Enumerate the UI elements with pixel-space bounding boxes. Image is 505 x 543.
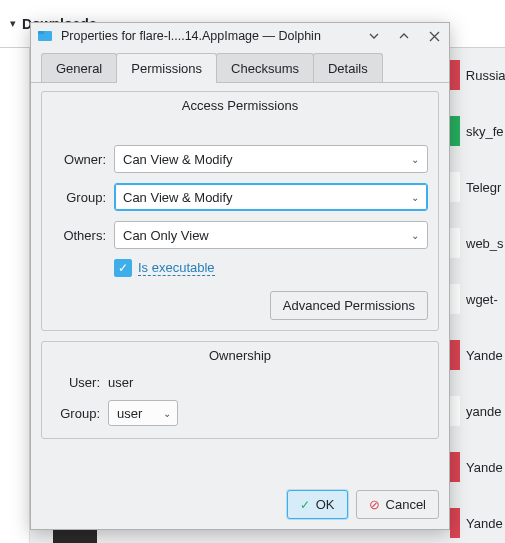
file-icon	[450, 452, 460, 482]
tab-details[interactable]: Details	[313, 53, 383, 83]
cancel-icon	[369, 497, 380, 512]
file-label: web_s	[466, 236, 504, 251]
keep-above-button[interactable]	[363, 25, 385, 47]
ownership-legend: Ownership	[52, 348, 428, 363]
list-item[interactable]: sky_fe	[450, 116, 505, 146]
executable-label[interactable]: Is executable	[138, 260, 215, 276]
others-combo[interactable]: Can Only View ⌄	[114, 221, 428, 249]
tab-general[interactable]: General	[41, 53, 117, 83]
left-edge	[0, 48, 30, 543]
chevron-down-icon: ⌄	[411, 192, 419, 203]
advanced-permissions-button[interactable]: Advanced Permissions	[270, 291, 428, 320]
maximize-button[interactable]	[393, 25, 415, 47]
file-icon	[450, 340, 460, 370]
user-label: User:	[52, 375, 100, 390]
file-label: sky_fe	[466, 124, 504, 139]
file-icon	[450, 116, 460, 146]
file-label: Russia	[466, 68, 505, 83]
dialog-button-row: OK Cancel	[31, 490, 449, 529]
access-permissions-group: Access Permissions Owner: Can View & Mod…	[41, 91, 439, 331]
cancel-button[interactable]: Cancel	[356, 490, 439, 519]
list-item[interactable]: web_s	[450, 228, 505, 258]
own-group-combo[interactable]: user ⌄	[108, 400, 178, 426]
own-group-label: Group:	[52, 406, 100, 421]
ok-button[interactable]: OK	[287, 490, 348, 519]
chevron-down-icon[interactable]: ▾	[10, 17, 16, 30]
list-item[interactable]: Telegr	[450, 172, 505, 202]
file-icon	[450, 284, 460, 314]
list-item[interactable]: Yande	[450, 508, 505, 538]
file-icon	[450, 228, 460, 258]
ownership-group: Ownership User: user Group: user ⌄	[41, 341, 439, 439]
svg-rect-1	[38, 31, 44, 34]
user-value: user	[108, 375, 133, 390]
folder-icon	[37, 28, 53, 44]
titlebar: Properties for flare-l....14.AppImage — …	[31, 23, 449, 49]
chevron-down-icon: ⌄	[163, 408, 171, 419]
file-list-partial: Russiasky_feTelegrweb_swget-YandeyandeYa…	[450, 60, 505, 538]
file-label: yande	[466, 404, 501, 419]
owner-combo[interactable]: Can View & Modify ⌄	[114, 145, 428, 173]
file-label: Yande	[466, 516, 503, 531]
list-item[interactable]: yande	[450, 396, 505, 426]
file-icon	[450, 508, 460, 538]
access-legend: Access Permissions	[52, 98, 428, 113]
owner-value: Can View & Modify	[123, 152, 233, 167]
own-group-value: user	[117, 406, 142, 421]
others-value: Can Only View	[123, 228, 209, 243]
tab-bar: General Permissions Checksums Details	[31, 49, 449, 83]
close-button[interactable]	[423, 25, 445, 47]
chevron-down-icon: ⌄	[411, 154, 419, 165]
list-item[interactable]: Yande	[450, 340, 505, 370]
dialog-title: Properties for flare-l....14.AppImage — …	[61, 29, 355, 43]
list-item[interactable]: Russia	[450, 60, 505, 90]
list-item[interactable]: wget-	[450, 284, 505, 314]
properties-dialog: Properties for flare-l....14.AppImage — …	[30, 22, 450, 530]
group-value: Can View & Modify	[123, 190, 233, 205]
file-label: Yande	[466, 348, 503, 363]
tab-checksums[interactable]: Checksums	[216, 53, 314, 83]
group-combo[interactable]: Can View & Modify ⌄	[114, 183, 428, 211]
file-label: Telegr	[466, 180, 501, 195]
tab-content: Access Permissions Owner: Can View & Mod…	[31, 82, 449, 490]
chevron-down-icon: ⌄	[411, 230, 419, 241]
group-label: Group:	[52, 190, 106, 205]
ok-label: OK	[316, 497, 335, 512]
executable-checkbox[interactable]: ✓	[114, 259, 132, 277]
file-icon	[450, 172, 460, 202]
tab-permissions[interactable]: Permissions	[116, 53, 217, 83]
file-icon	[450, 396, 460, 426]
file-icon	[450, 60, 460, 90]
others-label: Others:	[52, 228, 106, 243]
cancel-label: Cancel	[386, 497, 426, 512]
check-icon	[300, 497, 310, 512]
file-label: wget-	[466, 292, 498, 307]
list-item[interactable]: Yande	[450, 452, 505, 482]
owner-label: Owner:	[52, 152, 106, 167]
file-label: Yande	[466, 460, 503, 475]
